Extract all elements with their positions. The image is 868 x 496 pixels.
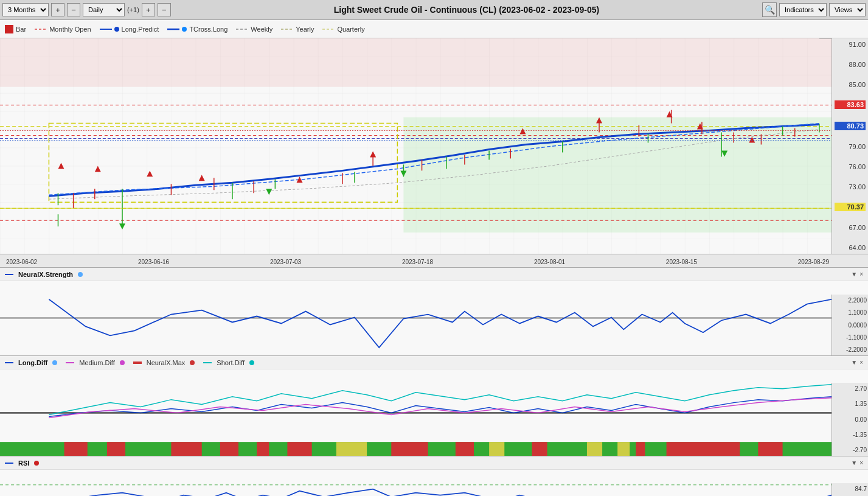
svg-rect-7 [0,38,832,87]
ny-2200: 2.2000 [833,297,867,304]
svg-rect-76 [107,442,125,456]
bar-label: Bar [16,26,26,33]
price-91: 91.00 [835,41,866,48]
legend-bar-item: Bar [5,25,26,33]
period-select[interactable]: 3 Months 1 Day1 Week1 Month 6 Months1 Ye… [2,3,49,16]
price-73: 73.00 [835,183,866,190]
views-select[interactable]: Views [829,3,866,16]
svg-rect-77 [171,442,201,456]
date-2: 2023-06-16 [138,259,169,265]
neuralx-svg [0,281,832,355]
svg-rect-88 [489,442,504,456]
price-83-highlight: 83.63 [835,100,866,109]
chart-title: Light Sweet Crude Oil - Continuous (CL) … [173,5,760,15]
legend-tcross-long: TCross.Long [167,26,227,33]
diff-panel: Long.Diff Medium.Diff NeuralX.Max Short.… [0,356,868,456]
date-7: 2023-08-29 [798,259,829,265]
long-predict-label: Long.Predict [122,26,159,33]
short-diff-label: Short.Diff [217,359,245,366]
period-minus-button[interactable]: − [67,3,80,16]
svg-rect-8 [403,117,832,232]
diff-close-button[interactable]: × [859,359,863,366]
svg-rect-82 [456,442,474,456]
legend-monthly-open: Monthly Open [35,26,91,33]
rsi-svg [0,470,832,496]
price-80-highlight: 80.73 [835,122,866,130]
main-chart-canvas [0,38,832,254]
short-diff-line-icon [203,360,212,365]
legend-long-predict: Long.Predict [100,26,159,33]
svg-rect-79 [257,442,269,456]
price-67: 67.00 [835,224,866,231]
svg-rect-86 [758,442,782,456]
ny-1100: 1.1000 [833,309,867,316]
toolbar: 3 Months 1 Day1 Week1 Month 6 Months1 Ye… [0,0,868,20]
rsi-collapse-button[interactable]: ▼ [851,459,857,466]
diff-controls: ▼ × [851,359,863,366]
timeframe-select[interactable]: DailyWeeklyMonthly [83,3,125,16]
long-predict-dot [114,27,119,32]
neuralx-collapse-button[interactable]: ▼ [851,271,857,278]
ny-n1100: -1.1000 [833,334,867,341]
date-6: 2023-08-15 [666,259,697,265]
indicators-select[interactable]: Indicators [779,3,827,16]
svg-rect-93 [0,470,832,496]
rsi-header: RSI ▼ × [0,456,868,470]
dy-000: 0.00 [833,416,867,423]
dy-n270: -2.70 [833,447,867,453]
rsi-close-button[interactable]: × [859,459,863,466]
neuralx-controls: ▼ × [851,271,863,278]
price-axis: 91.00 88.00 85.00 83.63 80.73 79.00 76.0… [832,38,868,254]
date-labels: 2023-06-02 2023-06-16 2023-07-03 2023-07… [0,257,832,265]
bars-add-button[interactable]: + [142,3,155,16]
svg-rect-87 [336,442,367,456]
date-4: 2023-07-18 [402,259,433,265]
diff-chart-area: 2.70 1.35 0.00 -1.35 -2.70 [0,369,868,456]
legend-yearly: Yearly [281,26,314,33]
svg-rect-80 [287,442,311,456]
diff-title: Long.Diff [18,359,47,366]
svg-rect-89 [587,442,602,456]
dy-270: 2.70 [833,385,867,392]
bars-minus-button[interactable]: − [158,3,171,16]
price-70-highlight: 70.37 [835,203,866,211]
long-diff-line-icon [5,360,13,365]
rsi-title: RSI [18,459,29,467]
diff-collapse-button[interactable]: ▼ [851,359,857,366]
bar-color-box [5,25,13,33]
neuralx-dot [78,272,83,277]
search-button[interactable]: 🔍 [762,2,777,17]
date-axis: 2023-06-02 2023-06-16 2023-07-03 2023-07… [0,254,868,268]
diff-header: Long.Diff Medium.Diff NeuralX.Max Short.… [0,356,868,369]
svg-rect-81 [391,442,428,456]
price-79: 79.00 [835,143,866,150]
diff-y-axis: 2.70 1.35 0.00 -1.35 -2.70 [832,383,868,456]
date-3: 2023-07-03 [270,259,301,265]
date-5: 2023-08-01 [534,259,565,265]
tcross-long-dot [182,27,187,32]
plus1-label: (+1) [127,6,139,13]
neuralx-max-line-icon [133,360,142,365]
svg-rect-90 [617,442,630,456]
rsi-line-icon [5,461,13,466]
medium-diff-line-icon [66,360,74,365]
svg-rect-85 [667,442,740,456]
neuralx-title: NeuralX.Strength [18,271,73,278]
neuralx-close-button[interactable]: × [859,271,863,278]
dy-135: 1.35 [833,400,867,407]
toolbar-right: Indicators Views [779,3,866,16]
legend-weekly: Weekly [236,26,273,33]
period-add-button[interactable]: + [51,3,64,16]
ry-847: 84.7 [833,486,867,492]
ny-n2200: -2.2000 [833,346,867,353]
price-76: 76.00 [835,163,866,170]
price-85: 85.00 [835,81,866,88]
dy-n135: -1.35 [833,431,867,438]
svg-rect-78 [220,442,238,456]
legend-quarterly: Quarterly [322,26,364,33]
rsi-controls: ▼ × [851,459,863,466]
ny-0000: 0.0000 [833,322,867,329]
date-1: 2023-06-02 [6,259,37,265]
svg-rect-71 [133,362,142,364]
neuralx-line-icon [5,272,13,277]
